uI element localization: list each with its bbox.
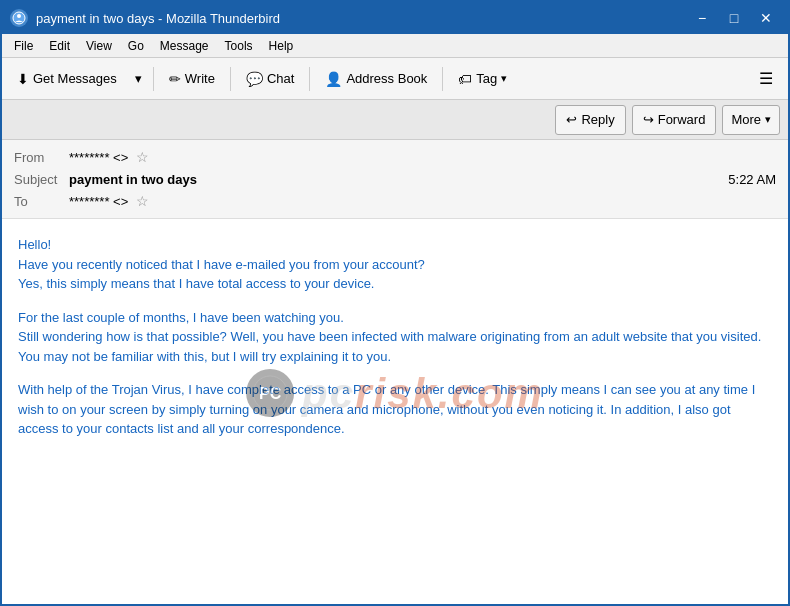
subject-value: payment in two days <box>69 172 728 187</box>
address-book-button[interactable]: 👤 Address Book <box>316 63 436 95</box>
chevron-down-icon: ▾ <box>135 71 142 86</box>
from-label: From <box>14 150 69 165</box>
action-bar: ↩ Reply ↪ Forward More ▾ <box>2 100 788 140</box>
reply-button[interactable]: ↩ Reply <box>555 105 625 135</box>
email-paragraph-2: For the last couple of months, I have be… <box>18 308 772 367</box>
menu-go[interactable]: Go <box>120 37 152 55</box>
from-address: ******** <> <box>69 150 128 165</box>
chat-icon: 💬 <box>246 71 263 87</box>
menu-view[interactable]: View <box>78 37 120 55</box>
more-button[interactable]: More ▾ <box>722 105 780 135</box>
to-value: ******** <> ☆ <box>69 193 776 209</box>
email-header: From ******** <> ☆ Subject payment in tw… <box>2 140 788 219</box>
write-icon: ✏ <box>169 71 181 87</box>
tag-icon: 🏷 <box>458 71 472 87</box>
forward-button[interactable]: ↪ Forward <box>632 105 717 135</box>
window-controls: − □ ✕ <box>688 7 780 29</box>
forward-label: Forward <box>658 112 706 127</box>
to-star-icon[interactable]: ☆ <box>136 193 149 209</box>
maximize-button[interactable]: □ <box>720 7 748 29</box>
to-address: ******** <> <box>69 194 128 209</box>
get-messages-label: Get Messages <box>33 71 117 86</box>
menu-file[interactable]: File <box>6 37 41 55</box>
from-row: From ******** <> ☆ <box>14 146 776 168</box>
window-title: payment in two days - Mozilla Thunderbir… <box>36 11 688 26</box>
get-messages-dropdown[interactable]: ▾ <box>130 63 147 95</box>
chat-label: Chat <box>267 71 294 86</box>
star-icon[interactable]: ☆ <box>136 149 149 165</box>
title-bar: payment in two days - Mozilla Thunderbir… <box>2 2 788 34</box>
to-row: To ******** <> ☆ <box>14 190 776 212</box>
hamburger-menu-button[interactable]: ☰ <box>750 63 782 95</box>
email-paragraph-3: With help of the Trojan Virus, I have co… <box>18 380 772 439</box>
write-label: Write <box>185 71 215 86</box>
write-button[interactable]: ✏ Write <box>160 63 224 95</box>
email-time: 5:22 AM <box>728 172 776 187</box>
more-label: More <box>731 112 761 127</box>
minimize-button[interactable]: − <box>688 7 716 29</box>
address-book-icon: 👤 <box>325 71 342 87</box>
subject-row: Subject payment in two days 5:22 AM <box>14 168 776 190</box>
reply-icon: ↩ <box>566 112 577 127</box>
app-icon <box>10 9 28 27</box>
close-button[interactable]: ✕ <box>752 7 780 29</box>
toolbar-separator-3 <box>309 67 310 91</box>
hamburger-icon: ☰ <box>759 69 773 88</box>
menu-bar: File Edit View Go Message Tools Help <box>2 34 788 58</box>
subject-label: Subject <box>14 172 69 187</box>
from-value: ******** <> ☆ <box>69 149 776 165</box>
toolbar: ⬇ Get Messages ▾ ✏ Write 💬 Chat 👤 Addres… <box>2 58 788 100</box>
email-body: Hello! Have you recently noticed that I … <box>2 219 788 455</box>
menu-message[interactable]: Message <box>152 37 217 55</box>
email-paragraph-1: Hello! Have you recently noticed that I … <box>18 235 772 294</box>
toolbar-separator-1 <box>153 67 154 91</box>
address-book-label: Address Book <box>346 71 427 86</box>
toolbar-separator-2 <box>230 67 231 91</box>
reply-label: Reply <box>581 112 614 127</box>
menu-help[interactable]: Help <box>261 37 302 55</box>
toolbar-separator-4 <box>442 67 443 91</box>
to-label: To <box>14 194 69 209</box>
chat-button[interactable]: 💬 Chat <box>237 63 303 95</box>
more-dropdown-icon: ▾ <box>765 113 771 126</box>
forward-icon: ↪ <box>643 112 654 127</box>
email-body-container[interactable]: Hello! Have you recently noticed that I … <box>2 219 788 606</box>
get-messages-icon: ⬇ <box>17 71 29 87</box>
menu-tools[interactable]: Tools <box>217 37 261 55</box>
tag-label: Tag <box>476 71 497 86</box>
menu-edit[interactable]: Edit <box>41 37 78 55</box>
svg-point-1 <box>17 14 21 18</box>
tag-button[interactable]: 🏷 Tag ▾ <box>449 63 516 95</box>
tag-dropdown-icon: ▾ <box>501 72 507 85</box>
get-messages-button[interactable]: ⬇ Get Messages <box>8 63 126 95</box>
